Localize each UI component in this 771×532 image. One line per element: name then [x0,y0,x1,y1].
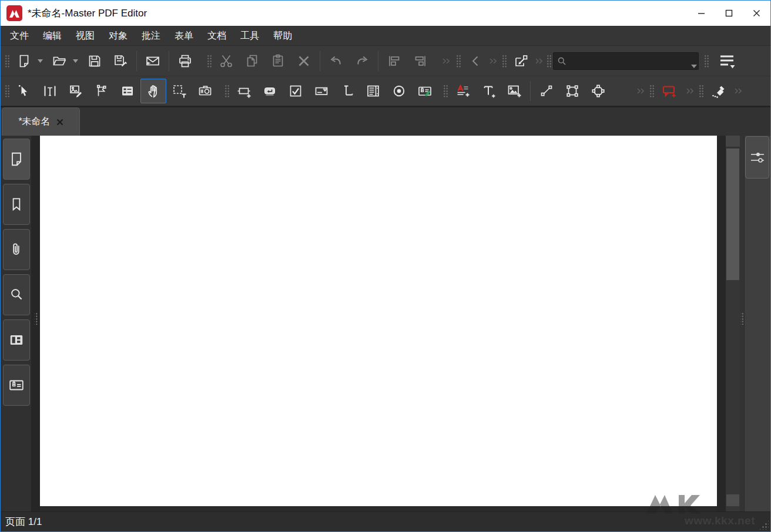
sidebar-splitter[interactable] [31,136,40,511]
push-button-button[interactable] [257,79,283,103]
toolbar-separator [169,51,169,71]
scrollbar-thumb[interactable] [726,149,739,280]
layers-button[interactable] [3,319,30,361]
previous-view-button[interactable] [462,49,488,73]
toolbar-separator [530,81,531,101]
add-text-button[interactable] [475,79,501,103]
edit-image-button[interactable] [63,79,89,103]
splitter-grip-icon[interactable] [740,312,743,325]
properties-sliders-button[interactable] [745,136,769,179]
menu-annotation[interactable]: 批注 [135,26,167,45]
menu-edit[interactable]: 编辑 [36,26,69,45]
panel-splitter[interactable] [740,136,744,511]
main-menu-button[interactable] [714,49,740,73]
font-annotation-button[interactable] [450,79,475,103]
add-image-button[interactable] [501,79,527,103]
snapshot-button[interactable] [192,79,218,103]
redo-button[interactable] [349,49,375,73]
select-tool-button[interactable] [11,79,37,103]
search-input[interactable] [569,56,696,66]
toolbar-drag-handle[interactable] [443,84,448,98]
scrollbar-top-block[interactable] [726,136,740,147]
line-tool-button[interactable] [534,79,559,103]
menu-forms[interactable]: 表单 [167,26,200,45]
toolbar-drag-handle[interactable] [4,54,9,68]
toolbar-overflow-icon[interactable] [488,49,498,73]
page-thumbnails-button[interactable] [3,139,30,180]
minimize-button[interactable] [688,1,715,26]
copy-button[interactable] [239,49,265,73]
edit-text-button[interactable] [37,79,63,103]
menu-object[interactable]: 对象 [102,26,135,45]
eraser-highlight-button[interactable] [705,79,731,103]
toolbar-drag-handle[interactable] [546,54,551,68]
attachments-button[interactable] [3,229,30,270]
document-page[interactable] [40,136,717,506]
menu-file[interactable]: 文件 [3,26,36,45]
vertical-scrollbar[interactable] [726,136,740,511]
combo-box-button[interactable] [309,79,334,103]
radio-button-button[interactable] [386,79,412,103]
search-dropdown-icon[interactable] [691,65,697,68]
tab-close-icon[interactable] [56,119,63,126]
undo-button[interactable] [323,49,349,73]
open-file-button[interactable] [46,49,72,73]
menu-tools[interactable]: 工具 [233,26,266,45]
toolbar-overflow-icon[interactable] [534,49,544,73]
delete-button[interactable] [291,49,317,73]
toolbar-drag-handle[interactable] [4,84,9,98]
document-tab[interactable]: *未命名 [2,107,80,136]
scrollbar-bottom-block[interactable] [726,494,739,506]
align-left-button[interactable] [381,49,407,73]
form-fields-button[interactable] [115,79,140,103]
toolbar-drag-handle[interactable] [224,84,229,98]
open-file-dropdown-icon[interactable] [72,49,78,73]
menu-document[interactable]: 文档 [200,26,233,45]
checkbox-field-button[interactable] [283,79,309,103]
signatures-button[interactable] [3,365,30,406]
sliders-icon [749,149,766,166]
menu-view[interactable]: 视图 [69,26,102,45]
print-button[interactable] [172,49,198,73]
document-tab-bar: *未命名 [1,107,770,136]
toolbar-overflow-icon[interactable] [441,49,451,73]
cut-button[interactable] [213,49,239,73]
window-title: *未命名-Master PDF Editor [28,6,147,20]
fit-page-button[interactable] [508,49,534,73]
save-button[interactable] [82,49,108,73]
rectangle-tool-button[interactable] [559,79,585,103]
search-panel-button[interactable] [3,274,30,315]
insert-text-cursor-button[interactable] [334,79,360,103]
paste-button[interactable] [265,49,291,73]
ellipse-tool-button[interactable] [585,79,611,103]
toolbar-drag-handle[interactable] [455,54,461,68]
page-count-label: 页面 1/1 [5,515,42,528]
toolbar-overflow-icon[interactable] [636,79,645,103]
toolbar-overflow-icon[interactable] [733,79,743,103]
toolbar-drag-handle[interactable] [501,54,507,68]
sticky-note-button[interactable] [656,79,682,103]
add-text-field-button[interactable] [231,79,257,103]
align-right-button[interactable] [407,49,433,73]
new-document-button[interactable] [11,49,37,73]
toolbar-drag-handle[interactable] [649,84,654,98]
menu-help[interactable]: 帮助 [266,26,299,45]
email-button[interactable] [140,49,166,73]
maximize-button[interactable] [715,1,743,26]
new-document-dropdown-icon[interactable] [37,49,43,73]
save-as-button[interactable] [108,49,133,73]
bookmarks-button[interactable] [3,184,30,225]
app-window: *未命名-Master PDF Editor 文件 编辑 视图 对象 批注 表单… [0,0,771,532]
resize-grip[interactable] [759,520,769,530]
toolbar-overflow-icon[interactable] [685,79,695,103]
signature-field-button[interactable] [412,79,438,103]
select-text-area-button[interactable] [166,79,192,103]
close-button[interactable] [743,1,770,26]
toolbar-drag-handle[interactable] [206,54,212,68]
edit-forms-button[interactable] [89,79,115,103]
toolbar-drag-handle[interactable] [698,84,703,98]
splitter-grip-icon[interactable] [34,312,37,325]
toolbar-drag-handle[interactable] [703,54,709,68]
list-box-button[interactable] [360,79,386,103]
hand-tool-button[interactable] [140,79,166,103]
